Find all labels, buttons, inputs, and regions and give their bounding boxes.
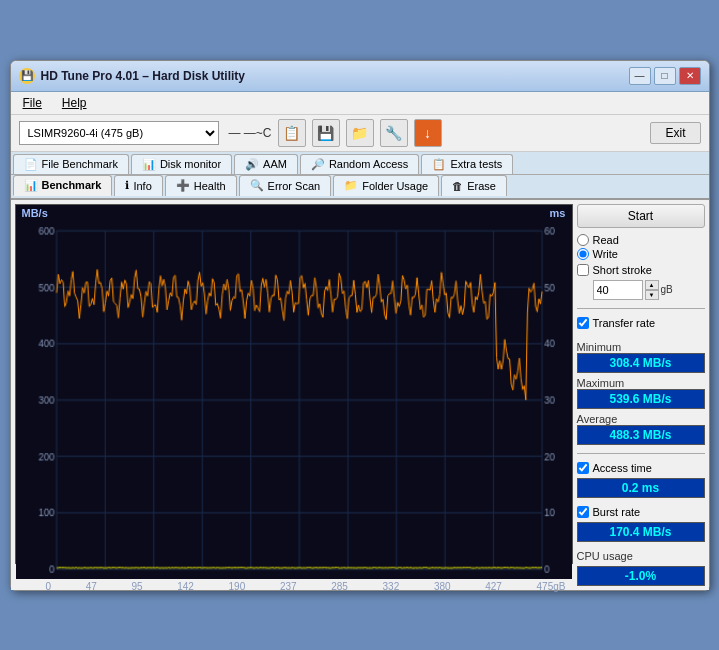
chart-header: MB/s ms (16, 205, 572, 221)
tab-benchmark[interactable]: 📊 Benchmark (13, 175, 113, 196)
drive-select[interactable]: LSIMR9260-4i (475 gB) (19, 121, 219, 145)
burst-rate-checkbox-label[interactable]: Burst rate (577, 506, 705, 518)
tab-health[interactable]: ➕ Health (165, 175, 237, 196)
short-stroke-checkbox-label[interactable]: Short stroke (577, 264, 705, 276)
benchmark-chart (16, 221, 572, 579)
folder-usage-icon: 📁 (344, 179, 358, 192)
write-radio-label[interactable]: Write (577, 248, 705, 260)
stats-section: Minimum 308.4 MB/s Maximum 539.6 MB/s Av… (577, 337, 705, 445)
toolbar-btn-5[interactable]: ↓ (414, 119, 442, 147)
y-axis-right-label: ms (550, 207, 566, 219)
burst-rate-checkbox[interactable] (577, 506, 589, 518)
window-title: HD Tune Pro 4.01 – Hard Disk Utility (41, 69, 246, 83)
burst-rate-label: Burst rate (593, 506, 641, 518)
divider1 (577, 308, 705, 309)
toolbar-btn-1[interactable]: 📋 (278, 119, 306, 147)
stroke-unit: gB (661, 284, 673, 295)
spin-buttons: ▲ ▼ (645, 280, 659, 300)
write-label: Write (593, 248, 618, 260)
maximum-value: 539.6 MB/s (577, 389, 705, 409)
menu-bar: File Help (11, 92, 709, 115)
title-bar: 💾 HD Tune Pro 4.01 – Hard Disk Utility —… (11, 61, 709, 92)
toolbar-btn-3[interactable]: 📁 (346, 119, 374, 147)
read-write-group: Read Write (577, 234, 705, 260)
tab-folder-usage[interactable]: 📁 Folder Usage (333, 175, 439, 196)
right-panel: Start Read Write Short stroke ▲ (577, 204, 705, 586)
x-axis-labels: 0 47 95 142 190 237 285 332 380 427 475g… (16, 579, 572, 594)
main-window: 💾 HD Tune Pro 4.01 – Hard Disk Utility —… (10, 60, 710, 591)
read-label: Read (593, 234, 619, 246)
transfer-rate-checkbox[interactable] (577, 317, 589, 329)
title-controls: — □ ✕ (629, 67, 701, 85)
read-radio-label[interactable]: Read (577, 234, 705, 246)
tab-file-benchmark[interactable]: 📄 File Benchmark (13, 154, 129, 174)
stroke-value-input[interactable] (593, 280, 643, 300)
transfer-rate-checkbox-label[interactable]: Transfer rate (577, 317, 705, 329)
toolbar-btn-2[interactable]: 💾 (312, 119, 340, 147)
start-button[interactable]: Start (577, 204, 705, 228)
access-time-value: 0.2 ms (577, 478, 705, 498)
toolbar-btn-4[interactable]: 🔧 (380, 119, 408, 147)
read-radio[interactable] (577, 234, 589, 246)
tab-disk-monitor[interactable]: 📊 Disk monitor (131, 154, 232, 174)
tab-info[interactable]: ℹ Info (114, 175, 162, 196)
extra-tests-icon: 📋 (432, 158, 446, 171)
error-scan-icon: 🔍 (250, 179, 264, 192)
average-value: 488.3 MB/s (577, 425, 705, 445)
short-stroke-label: Short stroke (593, 264, 652, 276)
app-icon: 💾 (19, 68, 35, 84)
tab-random-access[interactable]: 🔎 Random Access (300, 154, 419, 174)
minimize-button[interactable]: — (629, 67, 651, 85)
menu-help[interactable]: Help (58, 94, 91, 112)
cpu-usage-label: CPU usage (577, 550, 705, 562)
file-benchmark-icon: 📄 (24, 158, 38, 171)
aam-icon: 🔊 (245, 158, 259, 171)
cpu-usage-value: -1.0% (577, 566, 705, 586)
erase-icon: 🗑 (452, 180, 463, 192)
minimum-label: Minimum (577, 341, 705, 353)
tab-error-scan[interactable]: 🔍 Error Scan (239, 175, 332, 196)
exit-button[interactable]: Exit (650, 122, 700, 144)
short-stroke-checkbox[interactable] (577, 264, 589, 276)
tab-erase[interactable]: 🗑 Erase (441, 175, 507, 196)
menu-file[interactable]: File (19, 94, 46, 112)
random-access-icon: 🔎 (311, 158, 325, 171)
tab-aam[interactable]: 🔊 AAM (234, 154, 298, 174)
transfer-rate-label: Transfer rate (593, 317, 656, 329)
info-icon: ℹ (125, 179, 129, 192)
benchmark-icon: 📊 (24, 179, 38, 192)
minimum-value: 308.4 MB/s (577, 353, 705, 373)
access-time-checkbox[interactable] (577, 462, 589, 474)
stroke-value-row: ▲ ▼ gB (593, 280, 705, 300)
burst-rate-value: 170.4 MB/s (577, 522, 705, 542)
chart-container: MB/s ms 0 47 95 142 190 237 285 332 380 … (15, 204, 573, 564)
disk-monitor-icon: 📊 (142, 158, 156, 171)
main-area: MB/s ms 0 47 95 142 190 237 285 332 380 … (11, 200, 709, 590)
temperature-display: — —~C (229, 126, 272, 140)
health-icon: ➕ (176, 179, 190, 192)
title-bar-left: 💾 HD Tune Pro 4.01 – Hard Disk Utility (19, 68, 246, 84)
tabs-row2: 📊 Benchmark ℹ Info ➕ Health 🔍 Error Scan… (11, 175, 709, 200)
maximize-button[interactable]: □ (654, 67, 676, 85)
spin-up[interactable]: ▲ (645, 280, 659, 290)
tabs-row1: 📄 File Benchmark 📊 Disk monitor 🔊 AAM 🔎 … (11, 152, 709, 175)
y-axis-left-label: MB/s (22, 207, 48, 219)
access-time-checkbox-label[interactable]: Access time (577, 462, 705, 474)
tab-extra-tests[interactable]: 📋 Extra tests (421, 154, 513, 174)
divider2 (577, 453, 705, 454)
write-radio[interactable] (577, 248, 589, 260)
toolbar: LSIMR9260-4i (475 gB) — —~C 📋 💾 📁 🔧 ↓ Ex… (11, 115, 709, 152)
close-button[interactable]: ✕ (679, 67, 701, 85)
average-label: Average (577, 413, 705, 425)
maximum-label: Maximum (577, 377, 705, 389)
spin-down[interactable]: ▼ (645, 290, 659, 300)
access-time-label: Access time (593, 462, 652, 474)
